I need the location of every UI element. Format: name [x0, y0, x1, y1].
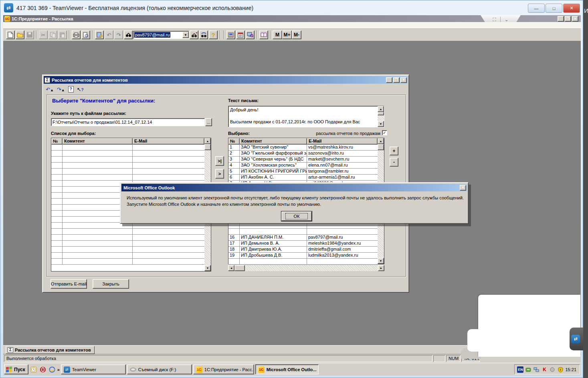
app-minimize-button[interactable]: _ [558, 16, 564, 22]
table-row[interactable] [51, 253, 204, 259]
table-row[interactable] [51, 163, 204, 169]
open-folder-icon[interactable] [16, 30, 24, 39]
table-row[interactable] [51, 235, 204, 241]
dialog-minimize-button[interactable]: _ [386, 77, 392, 83]
kaspersky-tray-icon[interactable]: K [541, 366, 548, 373]
ok-button[interactable]: ОК [281, 211, 312, 221]
table-row[interactable] [51, 241, 204, 247]
taskbar-button-removable-disk[interactable]: Съемный диск (F:) [127, 364, 192, 374]
table-row[interactable] [51, 247, 204, 253]
taskbar-button-1c[interactable]: 1С 1С:Предприятие - Расс... [193, 364, 254, 374]
add-button[interactable]: + [390, 147, 398, 155]
browse-button[interactable]: ... [205, 118, 212, 126]
language-indicator[interactable]: EN [517, 366, 523, 373]
scroll-left-icon[interactable]: ◄ [228, 265, 234, 271]
scroll-up-icon[interactable]: ▲ [204, 138, 211, 144]
scroll-thumb[interactable] [204, 144, 211, 150]
find-icon[interactable] [124, 30, 133, 39]
cut-icon[interactable]: ✂ [39, 30, 48, 39]
taskbar-button-teamviewer[interactable]: ⇄ TeamViewer [61, 364, 126, 374]
print-preview-icon[interactable] [81, 30, 90, 39]
outlook-close-button[interactable]: ✕ [460, 185, 466, 191]
redo-icon[interactable]: ↷ [114, 30, 123, 39]
move-right-button[interactable]: > [215, 169, 224, 179]
book-icon[interactable] [259, 30, 268, 39]
close-button[interactable]: ✕ [563, 4, 580, 13]
sales-reports-checkbox[interactable]: ✓ [382, 130, 387, 135]
table-row[interactable]: 16 ИП ДАНИЕЛЯН П.М. pav8797@mail.ru [228, 235, 378, 241]
path-input[interactable]: F:\Отчеты\Отчеты о продажах\01.12.14_07.… [51, 118, 205, 126]
monitor-search-icon[interactable] [246, 30, 255, 39]
table-row[interactable] [228, 229, 378, 235]
scroll-down-icon[interactable]: ▼ [378, 121, 384, 127]
table-row[interactable]: 18 ИП Дмитриева Ю.А. dmitrieffa@gmail.co… [228, 247, 378, 253]
letter-scrollbar[interactable]: ▲ ▼ [378, 106, 384, 127]
help-doc-icon[interactable]: ? [68, 86, 74, 92]
teamviewer-titlebar[interactable]: ⇄ 417 301 369 - TeamViewer - Бесплатная … [0, 0, 583, 15]
print-icon[interactable] [72, 30, 81, 39]
address-combobox[interactable]: pav8797@mail.ru ▼ [133, 31, 189, 39]
taskbar-button-outlook[interactable]: 1С Microsoft Office Outlo... [255, 364, 319, 374]
send-email-button[interactable]: Отправить E-mail [51, 279, 87, 289]
dialog-restore-button[interactable]: ❐ [393, 77, 400, 83]
context-help-icon[interactable]: ↖? [77, 86, 84, 92]
find-next-icon[interactable] [190, 30, 198, 39]
column-num[interactable]: № [228, 138, 240, 145]
minimize-button[interactable]: — [528, 4, 545, 13]
column-name[interactable]: Комитент [63, 138, 133, 145]
outlook-titlebar[interactable]: Microsoft Office Outlook ✕ [121, 184, 467, 191]
table-row[interactable]: 4 ЗАО "Хохломская роспись" elena.nn07@ma… [228, 163, 378, 169]
quicklaunch-opera-icon[interactable] [39, 366, 47, 374]
save-icon[interactable] [25, 30, 34, 39]
scroll-down-icon[interactable]: ▼ [204, 265, 211, 271]
paste-icon[interactable] [58, 30, 67, 39]
teamviewer-panel[interactable] [478, 295, 580, 357]
table-row[interactable] [51, 229, 204, 235]
exit-session-icon[interactable] [95, 30, 104, 39]
memory-m-plus-button[interactable]: M+ [282, 30, 292, 39]
dialog-close-button[interactable]: ✕ [400, 77, 407, 83]
undo-icon[interactable]: ↶ [105, 30, 113, 39]
column-num[interactable]: № [51, 138, 63, 145]
calendar-icon[interactable] [236, 30, 245, 39]
table-row[interactable] [228, 259, 378, 265]
scroll-right-icon[interactable]: ► [378, 265, 384, 271]
reorder-down-icon[interactable]: ↷▲ [57, 86, 65, 92]
remove-button[interactable]: - [390, 158, 398, 167]
table-row[interactable]: 5 ИП КОСТЮНИН ГРИГОРИЙ ГРИ tarigona@ramb… [228, 169, 378, 175]
chevron-down-icon[interactable]: ⌄ [505, 17, 509, 22]
teamviewer-panel-tab[interactable] [467, 329, 483, 352]
selected-table-hscrollbar[interactable]: ◄ ► [228, 265, 384, 271]
chevron-icon[interactable]: » [57, 367, 60, 372]
table-row[interactable] [51, 259, 204, 265]
move-all-right-button[interactable]: >| [215, 156, 224, 166]
mdi-tab-mailing[interactable]: Σ Рассылка отчетов для комитентов [6, 346, 95, 354]
column-name[interactable]: Комитент [240, 138, 307, 145]
start-button[interactable]: Пуск [4, 364, 28, 374]
volume-tray-icon[interactable] [549, 366, 556, 373]
quicklaunch-ie-icon[interactable] [48, 366, 56, 374]
table-row[interactable]: 6 ИП Акобян А. С. artur-armenia1@mail.ru [228, 175, 378, 181]
table-row[interactable]: 3 ЗАО "Северная чернь" (Б НДС market@sev… [228, 157, 378, 163]
table-row[interactable]: 19 ИП Дробышева Д.В. ludmilka2013@yandex… [228, 253, 378, 259]
table-row[interactable]: 2 ЗАО "Гжельский фарфоровый за sazonova@… [228, 151, 378, 157]
security-shield-tray-icon[interactable]: ! [557, 366, 564, 373]
quicklaunch-clock-icon[interactable] [30, 366, 38, 374]
mailing-dialog-titlebar[interactable]: Σ Рассылка отчетов для комитентов _ ❐ ✕ [44, 76, 408, 84]
teamviewer-panel-handle[interactable]: ⇄ [570, 328, 583, 350]
column-email[interactable]: E-Mail [133, 138, 204, 145]
scroll-thumb[interactable] [378, 144, 384, 150]
column-email[interactable]: E-Mail [307, 138, 378, 145]
app-restore-button[interactable]: ❐ [565, 16, 571, 22]
help-icon[interactable]: ? [209, 30, 218, 39]
maximize-button[interactable]: □ [546, 4, 562, 13]
scroll-thumb[interactable] [378, 112, 384, 115]
table-row[interactable]: 1 ЗАО "Вятский сувенир" vs@matreshka.kir… [228, 145, 378, 151]
table-row[interactable]: 17 ИП Демьянов В. А. meleshko1984@yandex… [228, 241, 378, 247]
new-document-icon[interactable] [6, 30, 15, 39]
memory-m-minus-button[interactable]: M- [292, 30, 301, 39]
table-row[interactable] [51, 175, 204, 181]
table-row[interactable] [51, 151, 204, 157]
find-replace-icon[interactable] [199, 30, 208, 39]
table-row[interactable] [51, 157, 204, 163]
